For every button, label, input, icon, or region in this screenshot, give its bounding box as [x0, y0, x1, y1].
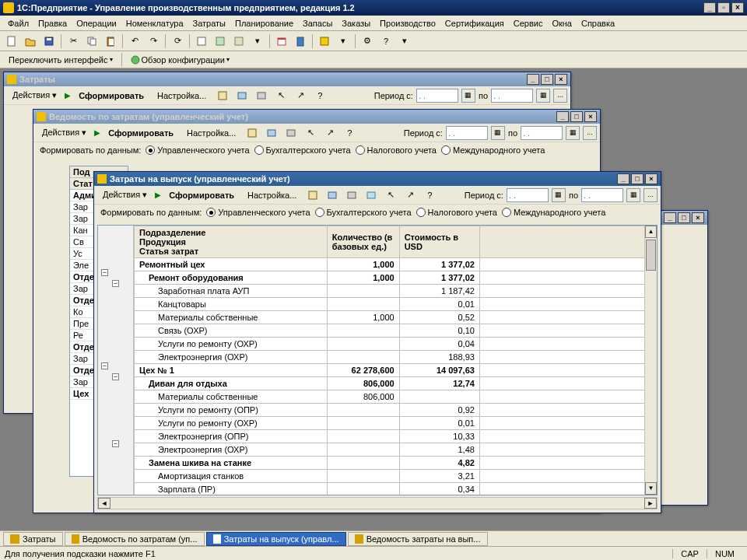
radio-tax[interactable]: Налогового учета — [356, 145, 437, 155]
collapse-icon[interactable]: ↗ — [292, 87, 309, 104]
menu-costs[interactable]: Затраты — [188, 17, 231, 30]
table-row[interactable]: Услуги по ремонту (ОХР)0,01 — [135, 417, 657, 430]
radio-international[interactable]: Международного учета — [441, 145, 545, 155]
table-row[interactable]: Связь (ОХР)0,10 — [135, 324, 657, 338]
menu-windows[interactable]: Окна — [547, 17, 577, 30]
settings-button[interactable]: Настройка... — [152, 89, 212, 103]
radio-international[interactable]: Международного учета — [502, 208, 605, 217]
menu-help[interactable]: Справка — [577, 17, 619, 30]
scroll-left-icon[interactable]: ◄ — [98, 498, 110, 509]
new-icon[interactable] — [3, 33, 20, 50]
task-button-statement[interactable]: Ведомость по затратам (уп... — [65, 532, 205, 546]
tree-expand-node[interactable]: − — [101, 362, 108, 369]
save-icon[interactable] — [40, 33, 58, 50]
actions-button[interactable]: Действия ▾ — [97, 187, 153, 202]
grid-body[interactable]: ПодразделениеПродукцияСтатья затрат Коли… — [134, 226, 657, 495]
tree-expand-node[interactable]: − — [101, 269, 108, 276]
table-row[interactable]: Ремонт оборудования1,0001 377,02 — [135, 271, 657, 285]
period-to-input[interactable] — [521, 126, 563, 140]
minimize-button[interactable]: _ — [617, 173, 630, 184]
scroll-thumb[interactable] — [646, 240, 656, 271]
tool-b-icon[interactable] — [263, 124, 280, 142]
paste-icon[interactable] — [102, 33, 119, 50]
maximize-button[interactable]: □ — [541, 74, 553, 85]
window-costs-titlebar[interactable]: Затраты _ □ × — [4, 72, 570, 86]
table-row[interactable]: Электроэнергия (ОПР)10,33 — [135, 430, 657, 443]
period-select-button[interactable]: ... — [553, 89, 567, 103]
date-picker-icon[interactable]: ▦ — [461, 89, 475, 103]
tree-expand-node[interactable]: − — [112, 280, 119, 287]
tool-b-icon[interactable] — [324, 187, 341, 204]
menu-stock[interactable]: Запасы — [298, 17, 337, 30]
radio-accounting[interactable]: Бухгалтерского учета — [254, 145, 351, 155]
table-row[interactable]: Ремонтный цех1,0001 377,02 — [135, 258, 657, 271]
menu-operations[interactable]: Операции — [72, 17, 121, 30]
help-icon[interactable]: ? — [341, 124, 358, 142]
menu-file[interactable]: Файл — [3, 17, 33, 30]
calendar-icon[interactable] — [273, 33, 290, 50]
menu-orders[interactable]: Заказы — [337, 17, 375, 30]
menu-nomenclature[interactable]: Номенклатура — [121, 17, 188, 30]
maximize-button[interactable]: □ — [631, 173, 644, 184]
cut-icon[interactable]: ✂ — [65, 33, 82, 50]
period-to-input[interactable] — [581, 188, 623, 202]
close-button[interactable]: × — [584, 111, 597, 122]
close-button[interactable]: × — [555, 74, 567, 85]
period-to-input[interactable] — [491, 89, 533, 103]
tree-expand-node[interactable]: − — [112, 373, 119, 380]
calculator-icon[interactable] — [292, 33, 309, 50]
minimize-button[interactable]: _ — [664, 212, 676, 223]
task-button-costs[interactable]: Затраты — [3, 532, 63, 546]
radio-mgmt[interactable]: Управленческого учета — [146, 145, 249, 155]
menu-certification[interactable]: Сертификация — [440, 17, 509, 30]
tree-expand-node[interactable]: − — [112, 440, 119, 447]
help-icon[interactable]: ? — [311, 87, 328, 104]
settings-button[interactable]: Настройка... — [181, 126, 241, 140]
tool-c-icon[interactable] — [343, 187, 360, 204]
tool-b-icon[interactable] — [233, 87, 251, 104]
form-button[interactable]: Сформировать — [163, 188, 240, 202]
help-icon[interactable]: ? — [377, 33, 395, 50]
open-icon[interactable] — [22, 33, 39, 50]
close-button[interactable]: × — [731, 2, 744, 13]
window-cost-statement-titlebar[interactable]: Ведомость по затратам (управленческий уч… — [33, 110, 600, 124]
maximize-button[interactable]: □ — [570, 111, 583, 122]
tool-icon-3[interactable] — [230, 33, 247, 50]
minimize-button[interactable]: _ — [703, 2, 716, 13]
radio-accounting[interactable]: Бухгалтерского учета — [315, 208, 412, 217]
settings-button[interactable]: Настройка... — [242, 188, 302, 202]
scroll-right-icon[interactable]: ► — [644, 498, 657, 509]
menu-edit[interactable]: Правка — [33, 17, 72, 30]
radio-tax[interactable]: Налогового учета — [416, 208, 497, 217]
tool-a-icon[interactable] — [304, 187, 321, 204]
settings-icon[interactable]: ⚙ — [359, 33, 376, 50]
dropdown-icon[interactable]: ▾ — [249, 33, 266, 50]
form-button[interactable]: Сформировать — [73, 89, 149, 103]
task-button-output-statement[interactable]: Ведомость затраты на вып... — [348, 532, 488, 546]
table-row[interactable]: Зарплата (ПР)0,34 — [135, 483, 657, 495]
date-picker-icon[interactable]: ▦ — [552, 188, 566, 202]
tool-icon-5[interactable]: ▾ — [396, 33, 413, 50]
period-from-input[interactable] — [507, 188, 549, 202]
period-from-input[interactable] — [416, 89, 458, 103]
expand-icon[interactable]: ↖ — [302, 124, 319, 142]
form-button[interactable]: Сформировать — [103, 126, 179, 140]
expand-icon[interactable]: ↖ — [272, 87, 289, 104]
help-icon[interactable]: ? — [421, 187, 438, 204]
table-row[interactable]: Диван для отдыха806,00012,74 — [135, 377, 657, 390]
table-row[interactable]: Цех № 162 278,60014 097,63 — [135, 364, 657, 377]
collapse-icon[interactable]: ↗ — [321, 124, 338, 142]
undo-icon[interactable]: ↶ — [126, 33, 143, 50]
table-row[interactable]: Электроэнергия (ОХР)188,93 — [135, 351, 657, 364]
date-picker-icon[interactable]: ▦ — [626, 188, 640, 202]
table-row[interactable]: Услуги по ремонту (ОХР)0,04 — [135, 338, 657, 351]
actions-button[interactable]: Действия ▾ — [37, 125, 92, 140]
scroll-down-icon[interactable]: ▼ — [645, 482, 657, 495]
table-row[interactable]: Электроэнергия (ОХР)1,48 — [135, 443, 657, 457]
menu-planning[interactable]: Планирование — [230, 17, 298, 30]
maximize-button[interactable]: □ — [678, 212, 690, 223]
tool-d-icon[interactable] — [363, 187, 380, 204]
table-row[interactable]: Материалы собственные1,0000,52 — [135, 311, 657, 324]
task-button-output-costs[interactable]: Затраты на выпуск (управл... — [206, 532, 346, 546]
table-row[interactable]: Канцтовары0,01 — [135, 298, 657, 311]
